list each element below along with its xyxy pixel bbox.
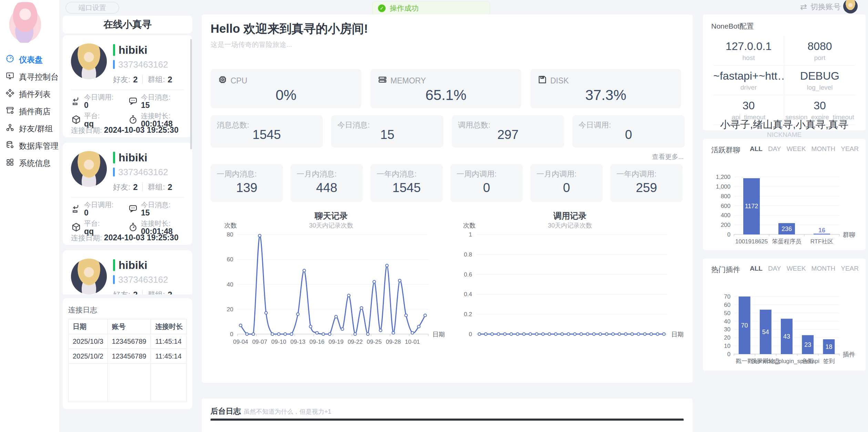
month-calls-card: 一月内调用: 0 xyxy=(530,164,603,202)
view-more-link[interactable]: 查看更多... xyxy=(652,152,684,161)
week-calls-card: 一周内调用: 0 xyxy=(450,164,523,202)
platform-box-icon xyxy=(71,222,81,234)
config-grid: 127.0.0.1 host 8080 port ~fastapi+~htt… … xyxy=(713,36,855,125)
tab-month[interactable]: MONTH xyxy=(811,145,836,153)
console-top-bar xyxy=(211,419,684,421)
svg-text:09-28: 09-28 xyxy=(386,339,401,345)
svg-text:0: 0 xyxy=(230,331,233,338)
system-icon xyxy=(6,158,14,169)
svg-text:插件: 插件 xyxy=(843,351,855,358)
sidebar-item-dashboard[interactable]: 仪表盘 xyxy=(0,51,59,68)
svg-text:09-19: 09-19 xyxy=(328,339,343,345)
disk-icon xyxy=(537,74,548,87)
memory-card: MEMORY 65.1% xyxy=(370,69,521,108)
svg-text:600: 600 xyxy=(721,203,731,209)
bot-id: 3373463162 xyxy=(118,167,168,178)
port-settings-button[interactable]: 端口设置 xyxy=(65,2,119,14)
tab-year[interactable]: YEAR xyxy=(841,265,859,272)
sidebar-item-label: 真寻控制台 xyxy=(19,72,59,82)
console-icon xyxy=(6,71,14,82)
svg-text:20: 20 xyxy=(227,306,233,313)
account-avatar[interactable] xyxy=(843,0,858,13)
svg-text:20: 20 xyxy=(724,334,731,341)
svg-text:16: 16 xyxy=(818,227,825,234)
hot-plugins-title: 热门插件 xyxy=(711,265,740,274)
sidebar-item-label: 插件列表 xyxy=(19,89,51,100)
time-range-tabs: ALL DAY WEEK MONTH YEAR xyxy=(750,265,859,272)
disk-card: DISK 37.3% xyxy=(530,69,681,108)
groups-count: 2 xyxy=(168,182,172,192)
svg-text:30: 30 xyxy=(724,326,731,333)
nonebot-config-card: NoneBot配置 127.0.0.1 host 8080 port ~fast… xyxy=(703,14,866,130)
svg-text:09-04: 09-04 xyxy=(233,339,248,345)
hot-plugins-bar-chart: 01020304050607070戳一戳54俄罗斯轮盘43nonebot_plu… xyxy=(711,277,857,368)
sidebar-item-label: 好友/群组 xyxy=(19,123,53,134)
svg-text:80: 80 xyxy=(227,231,233,238)
sidebar-item-system-info[interactable]: 系统信息 xyxy=(0,154,59,172)
svg-text:200: 200 xyxy=(721,222,731,228)
divider xyxy=(142,76,143,84)
svg-text:43: 43 xyxy=(783,333,790,340)
svg-text:0.6: 0.6 xyxy=(464,271,472,278)
svg-text:调用记录: 调用记录 xyxy=(553,211,586,220)
sidebar-menu: 仪表盘 真寻控制台 插件列表 插件商店 好友/群组 数据库管理 系统信息 xyxy=(0,51,59,172)
today-messages-card: 今日消息: 15 xyxy=(331,115,443,148)
friends-count: 2 xyxy=(133,75,137,84)
tab-month[interactable]: MONTH xyxy=(811,265,836,272)
friends-count: 2 xyxy=(133,290,137,294)
divider xyxy=(142,183,143,191)
svg-text:RTF社区: RTF社区 xyxy=(810,238,834,245)
tab-day[interactable]: DAY xyxy=(768,145,781,153)
svg-text:10: 10 xyxy=(724,343,731,349)
tab-week[interactable]: WEEK xyxy=(787,265,806,272)
sidebar-item-plugin-store[interactable]: 插件商店 xyxy=(0,103,59,120)
groups-count: 2 xyxy=(168,75,172,84)
svg-text:09-16: 09-16 xyxy=(309,339,324,345)
sidebar-item-plugin-list[interactable]: 插件列表 xyxy=(0,86,59,103)
tab-all[interactable]: ALL xyxy=(750,265,763,272)
message-icon xyxy=(128,96,138,108)
tab-week[interactable]: WEEK xyxy=(787,145,806,153)
cpu-value: 0% xyxy=(211,87,361,103)
friends-icon xyxy=(6,123,14,134)
svg-text:09-13: 09-13 xyxy=(290,339,305,345)
conn-date-value: 2024-10-03 19:25:30 xyxy=(104,233,178,242)
svg-text:23: 23 xyxy=(804,341,811,348)
tab-day[interactable]: DAY xyxy=(768,265,781,272)
bot-list-scrollbar[interactable] xyxy=(190,39,192,149)
bot-card: hibiki 3373463162 好友: 2 群组: 2 今日调用:0 今日消… xyxy=(63,143,192,245)
svg-text:日期: 日期 xyxy=(432,331,445,338)
active-groups-title: 活跃群聊 xyxy=(711,145,740,155)
bot-avatar xyxy=(71,43,107,79)
svg-text:0: 0 xyxy=(727,231,731,238)
sidebar-item-label: 仪表盘 xyxy=(19,54,43,65)
memory-icon xyxy=(377,74,388,87)
switch-account-button[interactable]: ⇄ 切换账号 xyxy=(789,0,841,14)
sidebar-item-console[interactable]: 真寻控制台 xyxy=(0,68,59,86)
sidebar-item-database[interactable]: 数据库管理 xyxy=(0,137,59,154)
bot-id: 3373463162 xyxy=(118,274,168,285)
table-row: 2025/10/3 123456789 11:45:14 xyxy=(69,334,187,349)
backend-log-note: 虽然不知道为什么，但是视力+1 xyxy=(244,408,331,416)
svg-text:09-22: 09-22 xyxy=(348,339,362,345)
divider xyxy=(71,90,184,90)
swap-icon: ⇄ xyxy=(800,2,807,12)
table-empty-row xyxy=(69,364,187,402)
nickname-label: NICKNAME xyxy=(703,131,866,139)
svg-text:236: 236 xyxy=(782,225,792,232)
svg-text:0.8: 0.8 xyxy=(464,251,472,258)
connection-log-title: 连接日志 xyxy=(68,305,97,315)
tab-all[interactable]: ALL xyxy=(750,145,763,153)
backend-log-card: 后台日志 虽然不知道为什么，但是视力+1 xyxy=(202,399,693,432)
success-check-icon: ✓ xyxy=(378,4,386,12)
platform-box-icon xyxy=(71,114,81,126)
online-indicator-bar xyxy=(113,152,115,163)
bot-list[interactable]: hibiki 3373463162 好友: 2 群组: 2 今日调用:0 今日消… xyxy=(63,35,192,294)
svg-text:0: 0 xyxy=(469,331,472,338)
svg-text:次数: 次数 xyxy=(224,222,237,229)
table-header-row: 日期 账号 连接时长 xyxy=(69,319,187,334)
tab-year[interactable]: YEAR xyxy=(841,145,859,153)
friends-count: 2 xyxy=(133,182,137,192)
sidebar-item-friends-groups[interactable]: 好友/群组 xyxy=(0,120,59,137)
groups-label: 群组: xyxy=(147,290,165,294)
